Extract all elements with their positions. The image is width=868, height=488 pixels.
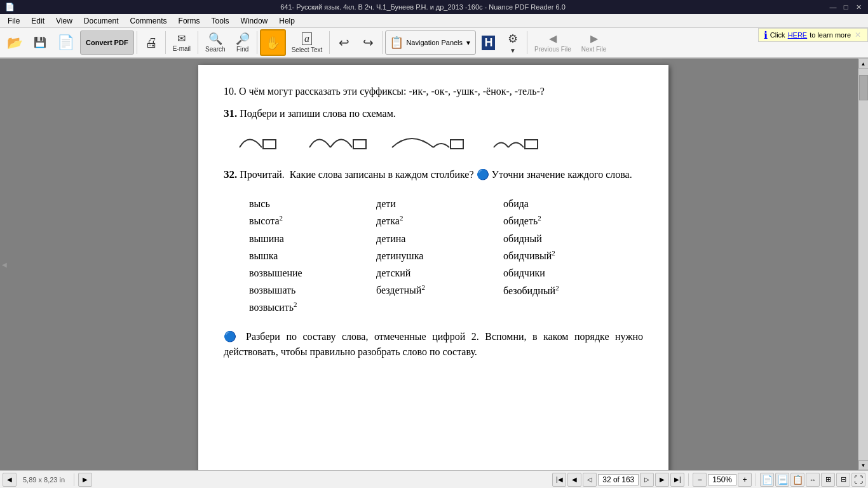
navigation-panels-button[interactable]: 📋 Navigation Panels ▼ — [385, 30, 476, 55]
page-size-text: 5,89 x 8,23 in — [18, 476, 70, 484]
open-button[interactable]: 📂 — [3, 29, 27, 56]
word-column-2: дети детка2 детина детинушка детский без… — [376, 195, 478, 316]
page-count-display[interactable]: 32 of 163 — [598, 474, 639, 485]
prev-page-small-button[interactable]: ◁ — [583, 473, 597, 487]
scroll-up-arrow[interactable]: ▲ — [858, 58, 869, 69]
pdf-page: 10. О чём могут рассказать эти суффиксы:… — [198, 65, 668, 470]
menu-document[interactable]: Document — [79, 15, 124, 27]
menu-comments[interactable]: Comments — [125, 15, 172, 27]
word-item: детка2 — [376, 212, 478, 230]
left-scroll-arrow[interactable]: ◀ — [1, 261, 8, 268]
word-item: вышка — [249, 247, 351, 264]
prev-page-button[interactable]: ◀ — [567, 473, 581, 487]
split-view-button[interactable]: ⊟ — [836, 473, 850, 487]
svg-rect-3 — [525, 140, 538, 149]
search-icon: 🔍 — [208, 33, 222, 44]
menu-bar: File Edit View Document Comments Forms T… — [0, 14, 868, 28]
last-page-button[interactable]: ▶| — [670, 473, 684, 487]
word-columns: высь высота2 вышина вышка возвышение воз… — [249, 195, 643, 316]
word-item: обида — [503, 195, 605, 212]
word-item: возвышать — [249, 281, 351, 299]
minimize-button[interactable]: — — [829, 3, 837, 11]
next-page-button[interactable]: ▶ — [655, 473, 669, 487]
word-item: безобидный2 — [503, 282, 605, 300]
learn-more-icon: ℹ — [764, 29, 768, 41]
zoom-section: − 150% + — [693, 473, 752, 487]
zoom-display[interactable]: 150% — [708, 474, 736, 485]
select-text-button[interactable]: a Select Text — [287, 29, 327, 56]
bookmarks-icon: H — [482, 36, 495, 50]
zoom-out-button[interactable]: − — [693, 473, 707, 487]
fullscreen-button[interactable]: ⛶ — [851, 473, 865, 487]
next-page-small-button[interactable]: ▷ — [640, 473, 654, 487]
nuance-icon-button[interactable]: 📄 — [53, 29, 79, 56]
word-item: обидеть2 — [503, 212, 605, 230]
menu-file[interactable]: File — [3, 15, 25, 27]
separator-5 — [329, 31, 330, 54]
right-scrollbar[interactable]: ▲ ▼ — [858, 58, 868, 470]
menu-help[interactable]: Help — [274, 15, 300, 27]
next-file-button[interactable]: ▶ Next File — [577, 29, 611, 56]
convert-pdf-button[interactable]: Convert PDF — [80, 30, 134, 55]
menu-tools[interactable]: Tools — [207, 15, 234, 27]
document-area[interactable]: 10. О чём могут рассказать эти суффиксы:… — [9, 58, 858, 470]
previous-file-label: Previous File — [534, 46, 571, 53]
bookmarks-button[interactable]: H — [477, 29, 500, 56]
main-content: ◀ 10. О чём могут рассказать эти суффикс… — [0, 58, 868, 470]
save-button[interactable]: 💾 — [29, 29, 51, 56]
undo-button[interactable]: ↩ — [332, 29, 355, 56]
word-item: обидчики — [503, 264, 605, 281]
scroll-down-arrow[interactable]: ▼ — [858, 460, 869, 470]
learn-more-close-button[interactable]: ✕ — [853, 30, 862, 39]
word-item: возвысить2 — [249, 299, 351, 316]
fit-page-button[interactable]: ⊞ — [821, 473, 835, 487]
email-label: E-mail — [173, 45, 191, 52]
word-item: обидчивый2 — [503, 247, 605, 265]
first-page-button[interactable]: |◀ — [552, 473, 566, 487]
close-button[interactable]: ✕ — [854, 3, 863, 11]
search-button[interactable]: 🔍 Search — [201, 29, 230, 56]
learn-more-suffix: to learn more — [810, 31, 851, 39]
svg-rect-0 — [263, 140, 276, 149]
hand-icon: ✋ — [265, 36, 281, 49]
scroll-track[interactable] — [858, 69, 868, 460]
print-button[interactable]: 🖨 — [140, 29, 163, 56]
previous-file-button[interactable]: ◀ Previous File — [530, 29, 576, 56]
scroll-left-button[interactable]: ◀ — [3, 473, 17, 487]
svg-rect-2 — [451, 140, 463, 149]
find-button[interactable]: 🔎 Find — [231, 29, 254, 56]
menu-forms[interactable]: Forms — [173, 15, 205, 27]
continuous-page-button[interactable]: 📃 — [775, 473, 789, 487]
fit-width-button[interactable]: ↔ — [806, 473, 820, 487]
menu-edit[interactable]: Edit — [26, 15, 50, 27]
separator-4 — [257, 31, 257, 54]
diagram-4 — [491, 128, 554, 154]
q32-number: 32. — [224, 168, 237, 180]
left-gutter: ◀ — [0, 58, 9, 470]
redo-button[interactable]: ↪ — [356, 29, 379, 56]
bottom-question-text: 🔵 Разбери по составу слова, отмеченные ц… — [224, 329, 643, 360]
separator-2 — [165, 31, 166, 54]
word-column-3: обида обидеть2 обидный обидчивый2 обидчи… — [503, 195, 605, 316]
email-button[interactable]: ✉ E-mail — [168, 29, 195, 56]
learn-more-link[interactable]: HERE — [788, 31, 808, 39]
separator-1 — [137, 31, 137, 54]
menu-window[interactable]: Window — [236, 15, 273, 27]
q10-content: 10. О чём могут рассказать эти суффиксы:… — [224, 86, 545, 97]
maximize-button[interactable]: □ — [841, 3, 850, 11]
zoom-in-button[interactable]: + — [738, 473, 752, 487]
scroll-right-button[interactable]: ▶ — [78, 473, 92, 487]
nuance-logo: 📄 — [57, 34, 74, 51]
hand-tool-button[interactable]: ✋ — [260, 29, 286, 56]
diagram-1 — [236, 128, 287, 154]
print-icon: 🖨 — [145, 36, 158, 49]
menu-view[interactable]: View — [51, 15, 78, 27]
more-tools-button[interactable]: ⚙ ▼ — [501, 29, 524, 56]
question-32-text: 32. Прочитай. Какие слова записаны в каж… — [224, 166, 643, 183]
q31-number: 31. — [224, 107, 237, 119]
scroll-thumb[interactable] — [859, 75, 868, 100]
select-text-label: Select Text — [292, 46, 323, 53]
two-page-button[interactable]: 📋 — [790, 473, 804, 487]
single-page-button[interactable]: 📄 — [760, 473, 774, 487]
word-item: детинушка — [376, 247, 478, 264]
